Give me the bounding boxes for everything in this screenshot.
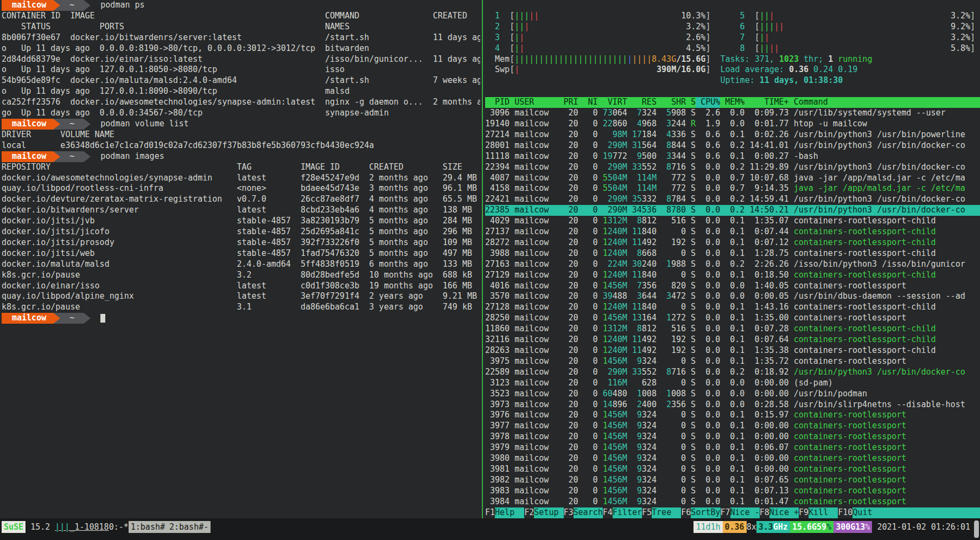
process-row[interactable]: 3988mailcow2001240M86680S0.00.11:28.75co… (485, 248, 980, 259)
column-header-user[interactable]: USER (510, 97, 558, 108)
fn-button-nice[interactable]: Nice + (769, 507, 799, 518)
process-cell: 0 (578, 389, 598, 400)
meter-bar-red: | (524, 22, 529, 31)
terminal-line: docker.io/awesometechnologies/synapse-ad… (2, 173, 480, 184)
process-row[interactable]: 28263mailcow2001240M11492192S0.00.11:35.… (485, 345, 980, 356)
process-value: 20 (568, 216, 578, 226)
process-row[interactable]: 27163mailcow200224M302401988S0.00.22:26.… (485, 259, 980, 270)
mem-meg-part: 2 (637, 400, 642, 409)
fn-button-filter[interactable]: Filter (613, 507, 642, 518)
process-row[interactable]: 22589mailcow200290M335528716S0.00.20:18.… (485, 367, 980, 378)
column-header-ni[interactable]: NI (578, 97, 598, 108)
fn-button-help[interactable]: Help (495, 507, 524, 518)
process-row[interactable]: 3981mailcow2001456M93240S0.00.10:00.00co… (485, 464, 980, 475)
process-row[interactable]: 11118mailcow2001977295003344S0.60.10:00.… (485, 151, 980, 162)
meter-open-bracket: [ (755, 11, 760, 21)
process-row[interactable]: 4029mailcow2001312M8812516S0.00.11:35.07… (485, 216, 980, 227)
process-row[interactable]: 3984mailcow2001456M93240S0.00.10:01.47co… (485, 497, 980, 507)
mem-kb-part: 0 (681, 432, 686, 441)
fn-button-kill[interactable]: Kill (809, 507, 838, 518)
process-row[interactable]: 27137mailcow2001240M118400S0.00.10:07.44… (485, 227, 980, 237)
process-cell: mailcow (510, 410, 558, 421)
process-state: S (691, 194, 696, 204)
fn-button-tree[interactable]: Tree (652, 507, 681, 518)
process-row[interactable]: 3977mailcow2001456M93240S0.00.10:00.00co… (485, 421, 980, 432)
fn-button-nice[interactable]: Nice - (730, 507, 760, 518)
process-row[interactable]: 4158mailcow2005504M114M772S0.00.79:14.35… (485, 183, 980, 194)
column-header-cpu[interactable]: CPU% (696, 97, 720, 108)
column-header-s[interactable]: S (686, 97, 696, 108)
process-value: 0.0 (705, 194, 720, 204)
mem-kb-part: 516 (671, 216, 686, 226)
process-cell: 0.1 (720, 335, 744, 345)
process-row[interactable]: 3570mailcow2003948836443472S0.00.00:00.0… (485, 291, 980, 302)
process-row[interactable]: 27214mailcow20098M171844336S0.60.10:02.2… (485, 130, 980, 140)
process-row-selected[interactable]: 22385mailcow200290M345368780S0.00.214:50… (485, 205, 980, 216)
meter-bar-green: | (588, 54, 593, 64)
process-row[interactable]: 3975mailcow2001456M93240S0.00.11:35.72co… (485, 356, 980, 367)
process-cell: 22421 (485, 194, 510, 205)
process-row[interactable]: 3973mailcow2001489624002356S0.00.00:28.5… (485, 400, 980, 410)
process-cell: 27129 (485, 270, 510, 281)
column-header-pri[interactable]: PRI (558, 97, 578, 108)
mem-gig-part: 1 (603, 227, 608, 236)
fn-button-search[interactable]: Search (574, 507, 603, 518)
process-row[interactable]: 28250mailcow2001456M131641272S0.00.11:35… (485, 313, 980, 324)
process-command: containers-rootlessport (794, 453, 907, 463)
mem-gig-part: 1 (603, 464, 608, 474)
process-value: mailcow (514, 345, 549, 355)
process-row[interactable]: 22421mailcow200290M353328784S0.00.214:59… (485, 194, 980, 205)
process-value: 0.0 (705, 367, 720, 377)
process-cell: 0.0 (696, 367, 720, 378)
process-cell: mailcow (510, 400, 558, 410)
process-row[interactable]: 3980mailcow2001456M93240S0.00.10:00.00co… (485, 453, 980, 464)
process-state: S (691, 400, 696, 409)
meter-bar-red: | (769, 43, 774, 53)
process-row[interactable]: 3978mailcow2001456M93240S0.00.10:00.00co… (485, 432, 980, 442)
process-cell: 3344 (657, 151, 686, 162)
tmux-window-2[interactable]: 2:bash#- (167, 521, 211, 533)
column-header-pid[interactable]: PID (485, 97, 510, 108)
process-row[interactable]: 3123mailcow200116M6280S0.00.00:00.00(sd-… (485, 378, 980, 389)
process-value: 0 (593, 237, 598, 247)
mem-gig-part: 1 (603, 356, 608, 366)
meter-bar-green: | (769, 22, 774, 31)
process-row[interactable]: 3982mailcow2001456M93240S0.00.10:07.65co… (485, 475, 980, 486)
process-row[interactable]: 3523mailcow2006048010081008S0.00.00:00.0… (485, 389, 980, 400)
process-row[interactable]: 19140mailcow2002286049683244R1.90.00:01.… (485, 119, 980, 130)
blank-line (485, 0, 980, 11)
tmux-window-0[interactable]: 0:-* (109, 521, 129, 533)
scrollbar-thumb[interactable] (974, 520, 979, 538)
column-header-res[interactable]: RES (627, 97, 657, 108)
process-row[interactable]: 3983mailcow2001456M93240S0.00.10:07.13co… (485, 486, 980, 497)
process-row[interactable]: 32116mailcow2001240M11492192S0.00.10:07.… (485, 335, 980, 345)
process-row[interactable]: 3096mailcow2007306473245908S2.60.00:09.7… (485, 108, 980, 119)
process-row[interactable]: 28272mailcow2001240M11492192S0.00.10:07.… (485, 237, 980, 248)
column-header-virt[interactable]: VIRT (598, 97, 627, 108)
meter-value-text: 8.43G (652, 54, 676, 64)
fn-button-quit[interactable]: Quit (852, 507, 882, 518)
process-cell: 27128 (485, 302, 510, 313)
process-row[interactable]: 4016mailcow2001456M7356820S0.00.01:40.05… (485, 281, 980, 292)
mem-gig-part: 1 (603, 248, 608, 258)
process-row[interactable]: 4087mailcow2005504M114M772S0.00.710:07.6… (485, 173, 980, 184)
process-row[interactable]: 3979mailcow2001456M93240S0.00.10:06.07co… (485, 442, 980, 453)
column-header-mem[interactable]: MEM% (720, 97, 744, 108)
session-name[interactable]: |||_1-10818 (55, 521, 109, 533)
process-row[interactable]: 3976mailcow2001456M93240S0.00.10:15.97co… (485, 410, 980, 421)
process-row[interactable]: 27128mailcow2001240M118400S0.00.11:43.16… (485, 302, 980, 313)
process-row[interactable]: 28001mailcow200290M315648844S0.60.214:41… (485, 140, 980, 151)
column-header-time[interactable]: TIME+ (744, 97, 788, 108)
column-header-command[interactable]: Command (789, 97, 828, 108)
process-value: mailcow (514, 194, 549, 204)
mem-kb-part: 772 (671, 173, 686, 183)
process-row[interactable]: 11860mailcow2001312M8812516S0.00.10:07.2… (485, 324, 980, 335)
tmux-window-1[interactable]: 1:bash# (129, 521, 167, 533)
process-row[interactable]: 27129mailcow2001240M118400S0.00.10:18.50… (485, 270, 980, 281)
mem-meg-part: 290M (608, 205, 627, 215)
column-header-shr[interactable]: SHR (657, 97, 686, 108)
fn-button-setup[interactable]: Setup (534, 507, 563, 518)
process-row[interactable]: 22394mailcow200290M335528716S0.00.211:29… (485, 162, 980, 173)
process-value: 0 (593, 173, 598, 183)
fn-button-sortby[interactable]: SortBy (691, 507, 720, 518)
